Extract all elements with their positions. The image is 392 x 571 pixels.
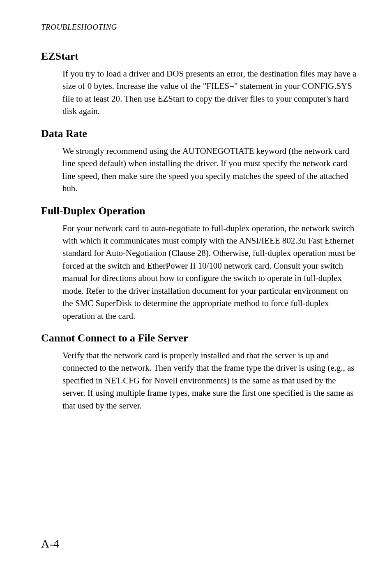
section-heading-full-duplex: Full-Duplex Operation — [41, 205, 357, 217]
section-heading-cannot-connect: Cannot Connect to a File Server — [41, 332, 357, 344]
section-heading-data-rate: Data Rate — [41, 128, 357, 140]
running-header: TROUBLESHOOTING — [41, 23, 357, 32]
section-body-ezstart: If you try to load a driver and DOS pres… — [62, 67, 357, 118]
section-body-data-rate: We strongly recommend using the AUTONEGO… — [62, 145, 357, 195]
section-body-cannot-connect: Verify that the network card is properly… — [62, 349, 357, 412]
section-heading-ezstart: EZStart — [41, 50, 357, 63]
page-number: A-4 — [41, 537, 59, 550]
section-body-full-duplex: For your network card to auto-negotiate … — [62, 222, 357, 323]
